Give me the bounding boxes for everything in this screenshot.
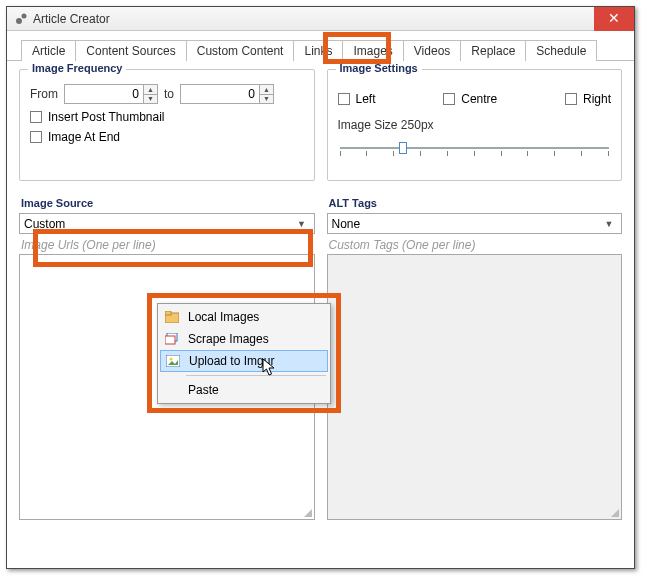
align-centre-checkbox[interactable]: Centre: [443, 92, 497, 106]
close-button[interactable]: ✕: [594, 7, 634, 31]
align-right-checkbox[interactable]: Right: [565, 92, 611, 106]
svg-rect-3: [165, 311, 171, 315]
svg-point-7: [170, 358, 173, 361]
from-label: From: [30, 87, 58, 101]
svg-rect-5: [165, 336, 175, 344]
from-input[interactable]: [65, 85, 143, 103]
svg-point-1: [22, 13, 27, 18]
tab-videos[interactable]: Videos: [403, 40, 461, 61]
tab-replace[interactable]: Replace: [460, 40, 526, 61]
tab-custom-content[interactable]: Custom Content: [186, 40, 295, 61]
align-left-checkbox[interactable]: Left: [338, 92, 376, 106]
svg-point-0: [16, 18, 22, 24]
titlebar: Article Creator ✕: [7, 7, 634, 31]
combo-value: None: [332, 217, 361, 231]
image-at-end-label: Image At End: [48, 130, 120, 144]
chevron-down-icon: ▼: [601, 219, 617, 229]
group-title: ALT Tags: [329, 197, 623, 209]
menu-local-images[interactable]: Local Images: [160, 306, 328, 328]
image-source-combo[interactable]: Custom ▼: [19, 213, 315, 234]
tab-schedule[interactable]: Schedule: [525, 40, 597, 61]
insert-thumbnail-checkbox[interactable]: Insert Post Thumbnail: [30, 110, 304, 124]
group-image-settings: Image Settings Left Centre Right Image S…: [327, 69, 623, 181]
menu-paste[interactable]: Paste: [160, 379, 328, 401]
group-title: Image Source: [21, 197, 315, 209]
insert-thumbnail-label: Insert Post Thumbnail: [48, 110, 165, 124]
group-image-frequency: Image Frequency From ▲▼ to ▲▼ Insert P: [19, 69, 315, 181]
combo-value: Custom: [24, 217, 65, 231]
chevron-down-icon[interactable]: ▼: [144, 95, 157, 104]
window-title: Article Creator: [33, 12, 110, 26]
menu-separator: [186, 375, 326, 376]
to-label: to: [164, 87, 174, 101]
checkbox-icon: [30, 131, 42, 143]
image-size-slider[interactable]: [340, 138, 610, 158]
from-spinner[interactable]: ▲▼: [64, 84, 158, 104]
checkbox-icon: [30, 111, 42, 123]
tabstrip: Article Content Sources Custom Content L…: [7, 37, 634, 61]
chevron-up-icon[interactable]: ▲: [260, 85, 273, 95]
chevron-down-icon: ▼: [294, 219, 310, 229]
images-icon: [164, 331, 180, 347]
tab-images[interactable]: Images: [342, 40, 403, 61]
context-menu: Local Images Scrape Images Upload to Img…: [157, 303, 331, 404]
resize-grip-icon: [300, 505, 312, 517]
image-size-label: Image Size 250px: [338, 118, 612, 132]
tab-article[interactable]: Article: [21, 40, 76, 61]
to-spinner[interactable]: ▲▼: [180, 84, 274, 104]
tab-content-sources[interactable]: Content Sources: [75, 40, 186, 61]
image-at-end-checkbox[interactable]: Image At End: [30, 130, 304, 144]
article-creator-window: Article Creator ✕ Article Content Source…: [6, 6, 635, 569]
menu-upload-imgur[interactable]: Upload to Imgur: [160, 350, 328, 372]
folder-icon: [164, 309, 180, 325]
picture-icon: [165, 353, 181, 369]
group-title: Image Settings: [336, 62, 422, 74]
resize-grip-icon: [607, 505, 619, 517]
chevron-down-icon[interactable]: ▼: [260, 95, 273, 104]
menu-scrape-images[interactable]: Scrape Images: [160, 328, 328, 350]
to-input[interactable]: [181, 85, 259, 103]
group-alt-tags: ALT Tags None ▼ Custom Tags (One per lin…: [327, 191, 623, 520]
alt-tags-combo[interactable]: None ▼: [327, 213, 623, 234]
custom-tags-label: Custom Tags (One per line): [329, 238, 623, 252]
chevron-up-icon[interactable]: ▲: [144, 85, 157, 95]
slider-thumb[interactable]: [399, 142, 407, 154]
gears-icon: [13, 11, 29, 27]
group-title: Image Frequency: [28, 62, 126, 74]
tab-links[interactable]: Links: [293, 40, 343, 61]
custom-tags-textarea[interactable]: [327, 254, 623, 520]
image-urls-label: Image Urls (One per line): [21, 238, 315, 252]
